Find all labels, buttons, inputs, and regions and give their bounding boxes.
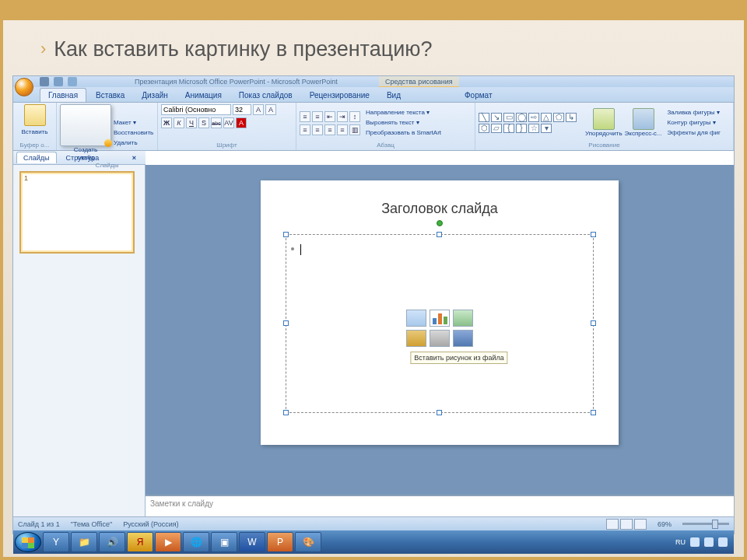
numbering-button[interactable]: ≡ bbox=[312, 111, 323, 122]
strike-button[interactable]: abc bbox=[211, 117, 222, 128]
tab-animation[interactable]: Анимация bbox=[177, 89, 230, 102]
align-right-button[interactable]: ≡ bbox=[324, 124, 335, 135]
notes-pane[interactable]: Заметки к слайду bbox=[146, 495, 734, 516]
insert-media-icon[interactable] bbox=[453, 330, 473, 347]
tray-icon[interactable] bbox=[690, 537, 700, 547]
resize-handle[interactable] bbox=[591, 232, 596, 237]
smartart-button[interactable]: Преобразовать в SmartArt bbox=[366, 129, 441, 137]
font-name-input[interactable] bbox=[161, 104, 231, 115]
spacing-button[interactable]: AV bbox=[223, 117, 234, 128]
shapes-gallery[interactable]: ╲↘▭◯⇨△⬠ ↳⬡▱{}☆▾ bbox=[479, 113, 578, 133]
justify-button[interactable]: ≡ bbox=[337, 124, 348, 135]
insert-table-icon[interactable] bbox=[406, 310, 426, 327]
tray-icon[interactable] bbox=[718, 537, 728, 547]
taskbar-browser-icon[interactable]: 🌐 bbox=[183, 532, 209, 552]
tab-insert[interactable]: Вставка bbox=[88, 89, 132, 102]
indent-inc-button[interactable]: ⇥ bbox=[337, 111, 348, 122]
tab-slides-panel[interactable]: Слайды bbox=[16, 152, 57, 163]
title-bar: Презентация Microsoft Office PowerPoint … bbox=[13, 76, 734, 87]
taskbar-paint-icon[interactable]: 🎨 bbox=[295, 532, 321, 552]
align-center-button[interactable]: ≡ bbox=[312, 124, 323, 135]
resize-handle[interactable] bbox=[437, 410, 442, 415]
linespacing-button[interactable]: ↕ bbox=[349, 111, 360, 122]
paste-label: Вставить bbox=[22, 128, 48, 136]
taskbar-yandex-icon[interactable]: Y bbox=[43, 532, 69, 552]
font-size-input[interactable] bbox=[233, 104, 251, 115]
bullets-button[interactable]: ≡ bbox=[300, 111, 310, 122]
delete-button[interactable]: Удалить bbox=[114, 139, 153, 147]
slide-canvas[interactable]: Заголовок слайда bbox=[261, 180, 619, 445]
tab-slideshow[interactable]: Показ слайдов bbox=[231, 89, 300, 102]
tray-language[interactable]: RU bbox=[675, 538, 686, 546]
shape-effects-button[interactable]: Эффекты для фиг bbox=[668, 129, 721, 137]
resize-handle[interactable] bbox=[591, 320, 596, 326]
group-drawing-label: Рисование bbox=[479, 142, 730, 149]
tab-home[interactable]: Главная bbox=[40, 88, 86, 102]
start-button[interactable] bbox=[15, 532, 41, 552]
indent-dec-button[interactable]: ⇤ bbox=[324, 111, 335, 122]
tab-review[interactable]: Рецензирование bbox=[302, 89, 377, 102]
window-title: Презентация Microsoft Office PowerPoint … bbox=[135, 78, 338, 86]
shape-outline-button[interactable]: Контур фигуры ▾ bbox=[668, 119, 721, 127]
system-tray: RU bbox=[675, 537, 732, 547]
slide-thumbnail-1[interactable]: 1 bbox=[19, 171, 135, 254]
status-language[interactable]: Русский (Россия) bbox=[123, 520, 178, 528]
align-text-button[interactable]: Выровнять текст ▾ bbox=[366, 119, 441, 127]
resize-handle[interactable] bbox=[591, 410, 596, 415]
slide-title-text: Заголовок слайда bbox=[381, 201, 498, 216]
arrange-icon[interactable] bbox=[593, 108, 615, 130]
resize-handle[interactable] bbox=[283, 410, 289, 415]
resize-handle[interactable] bbox=[283, 320, 289, 326]
tray-icon[interactable] bbox=[704, 537, 714, 547]
shadow-button[interactable]: S bbox=[198, 117, 209, 128]
slide-content-placeholder[interactable]: Вставить рисунок из файла bbox=[286, 234, 594, 413]
paste-icon[interactable] bbox=[24, 104, 46, 126]
office-button[interactable] bbox=[15, 78, 33, 96]
new-slide-icon[interactable] bbox=[60, 104, 111, 146]
insert-chart-icon[interactable] bbox=[430, 310, 450, 327]
rotation-handle-icon[interactable] bbox=[437, 220, 443, 226]
underline-button[interactable]: Ч bbox=[186, 117, 197, 128]
insert-picture-icon[interactable] bbox=[406, 330, 426, 347]
taskbar-explorer-icon[interactable]: 📁 bbox=[71, 532, 97, 552]
columns-button[interactable]: ▥ bbox=[349, 124, 360, 135]
qat-redo-icon[interactable] bbox=[68, 77, 77, 86]
taskbar-word-icon[interactable]: W bbox=[239, 532, 265, 552]
taskbar-sound-icon[interactable]: 🔊 bbox=[99, 532, 125, 552]
layout-button[interactable]: Макет ▾ bbox=[114, 119, 153, 127]
insert-clipart-icon[interactable] bbox=[430, 330, 450, 347]
slide-question: Как вставить картинку в презентацию? bbox=[40, 37, 744, 61]
status-bar: Слайд 1 из 1 "Тема Office" Русский (Росс… bbox=[13, 516, 734, 530]
reset-button[interactable]: Восстановить bbox=[114, 129, 153, 137]
ribbon: Вставить Буфер о... Создать слайд Макет … bbox=[13, 103, 734, 151]
quick-styles-icon[interactable] bbox=[633, 108, 654, 130]
grow-font-button[interactable]: A bbox=[253, 104, 264, 115]
taskbar-yandex2-icon[interactable]: Я bbox=[127, 532, 153, 552]
insert-smartart-icon[interactable] bbox=[453, 310, 473, 327]
taskbar-powerpoint-icon[interactable]: P bbox=[267, 532, 293, 552]
slide-title-placeholder[interactable]: Заголовок слайда bbox=[286, 201, 594, 226]
slideshow-view-button[interactable] bbox=[634, 519, 647, 530]
resize-handle[interactable] bbox=[437, 232, 442, 237]
sorter-view-button[interactable] bbox=[620, 519, 633, 530]
normal-view-button[interactable] bbox=[606, 519, 619, 530]
qat-save-icon[interactable] bbox=[40, 77, 49, 86]
taskbar-apps-icon[interactable]: ▣ bbox=[211, 532, 237, 552]
text-direction-button[interactable]: Направление текста ▾ bbox=[366, 109, 441, 117]
tab-design[interactable]: Дизайн bbox=[134, 89, 176, 102]
zoom-percent[interactable]: 69% bbox=[658, 520, 672, 528]
qat-undo-icon[interactable] bbox=[54, 77, 63, 86]
shrink-font-button[interactable]: A bbox=[265, 104, 276, 115]
italic-button[interactable]: К bbox=[174, 117, 184, 128]
taskbar-wmp-icon[interactable]: ▶ bbox=[155, 532, 181, 552]
shape-fill-button[interactable]: Заливка фигуры ▾ bbox=[668, 109, 721, 117]
tab-format[interactable]: Формат bbox=[457, 89, 500, 102]
tab-view[interactable]: Вид bbox=[379, 89, 409, 102]
align-left-button[interactable]: ≡ bbox=[300, 124, 310, 135]
quick-styles-label: Экспресс-с... bbox=[625, 130, 662, 138]
resize-handle[interactable] bbox=[283, 232, 289, 237]
zoom-slider[interactable] bbox=[682, 523, 729, 525]
windows-taskbar: Y 📁 🔊 Я ▶ 🌐 ▣ W P 🎨 RU bbox=[13, 530, 734, 554]
font-color-button[interactable]: A bbox=[236, 117, 247, 128]
bold-button[interactable]: Ж bbox=[161, 117, 172, 128]
